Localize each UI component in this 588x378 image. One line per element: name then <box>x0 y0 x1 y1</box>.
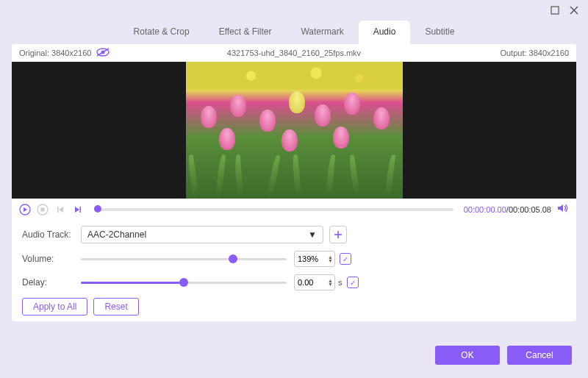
svg-marker-14 <box>558 204 563 212</box>
filename-label: 4321753-uhd_3840_2160_25fps.mkv <box>166 49 422 57</box>
time-display: 00:00:00.00/00:00:05.08 <box>464 205 551 214</box>
tab-effect-filter[interactable]: Effect & Filter <box>204 21 287 44</box>
play-button[interactable] <box>19 204 31 215</box>
delay-unit: s <box>338 278 343 287</box>
playback-controls: 00:00:00.00/00:00:05.08 <box>12 199 576 220</box>
dialog-footer: OK Cancel <box>435 346 572 365</box>
audio-track-select[interactable]: AAC-2Channel ▼ <box>81 226 323 243</box>
delay-input[interactable]: ▲▼ <box>294 274 335 290</box>
timeline-slider[interactable] <box>94 208 453 211</box>
svg-rect-0 <box>551 7 559 14</box>
apply-to-all-button[interactable]: Apply to All <box>22 298 87 315</box>
audio-track-value: AAC-2Channel <box>87 229 146 240</box>
delay-slider-thumb[interactable] <box>179 278 188 287</box>
delay-step-down[interactable]: ▼ <box>328 282 333 286</box>
volume-sync-toggle[interactable]: ✓ <box>340 253 351 265</box>
delay-label: Delay: <box>22 277 81 288</box>
svg-marker-10 <box>59 207 63 213</box>
compare-toggle-icon[interactable] <box>96 47 110 59</box>
stop-button[interactable] <box>37 204 49 215</box>
timeline-thumb[interactable] <box>94 205 101 213</box>
maximize-icon[interactable] <box>550 5 560 15</box>
delay-sync-toggle[interactable]: ✓ <box>347 277 359 288</box>
volume-slider-thumb[interactable] <box>229 254 237 263</box>
prev-frame-button[interactable] <box>54 204 66 215</box>
tab-subtitle[interactable]: Subtitle <box>410 21 469 44</box>
tab-rotate-crop[interactable]: Rotate & Crop <box>119 21 204 44</box>
cancel-button[interactable]: Cancel <box>507 346 572 365</box>
svg-rect-11 <box>57 207 59 213</box>
delay-slider[interactable] <box>81 275 287 290</box>
chevron-down-icon: ▼ <box>308 229 317 240</box>
reset-button[interactable]: Reset <box>93 298 138 315</box>
volume-label: Volume: <box>22 254 81 264</box>
svg-marker-12 <box>75 207 79 213</box>
preview-thumbnail <box>186 62 403 199</box>
video-preview <box>12 62 576 199</box>
output-resolution: Output: 3840x2160 <box>422 49 569 57</box>
original-resolution: Original: 3840x2160 <box>19 49 91 57</box>
tab-watermark[interactable]: Watermark <box>286 21 358 44</box>
app-window: Rotate & Crop Effect & Filter Watermark … <box>0 0 588 378</box>
add-track-button[interactable] <box>329 226 347 243</box>
volume-icon[interactable] <box>557 203 569 215</box>
volume-input[interactable]: ▲▼ <box>294 251 335 267</box>
main-panel: Original: 3840x2160 4321753-uhd_3840_216… <box>12 44 576 321</box>
close-icon[interactable] <box>569 5 579 15</box>
audio-form: Audio Track: AAC-2Channel ▼ Volume: ▲▼ ✓ <box>12 220 576 290</box>
volume-step-down[interactable]: ▼ <box>328 259 333 263</box>
tab-bar: Rotate & Crop Effect & Filter Watermark … <box>0 21 588 44</box>
delay-field[interactable] <box>298 278 320 287</box>
svg-rect-9 <box>41 207 45 211</box>
volume-field[interactable] <box>298 254 320 263</box>
form-buttons: Apply to All Reset <box>12 298 576 315</box>
svg-rect-13 <box>80 207 82 213</box>
audio-track-label: Audio Track: <box>22 229 81 240</box>
ok-button[interactable]: OK <box>435 346 500 365</box>
titlebar <box>0 0 588 21</box>
volume-slider[interactable] <box>81 252 287 266</box>
next-frame-button[interactable] <box>72 204 84 215</box>
info-bar: Original: 3840x2160 4321753-uhd_3840_216… <box>12 44 576 62</box>
tab-audio[interactable]: Audio <box>359 21 411 44</box>
svg-marker-7 <box>24 207 27 212</box>
